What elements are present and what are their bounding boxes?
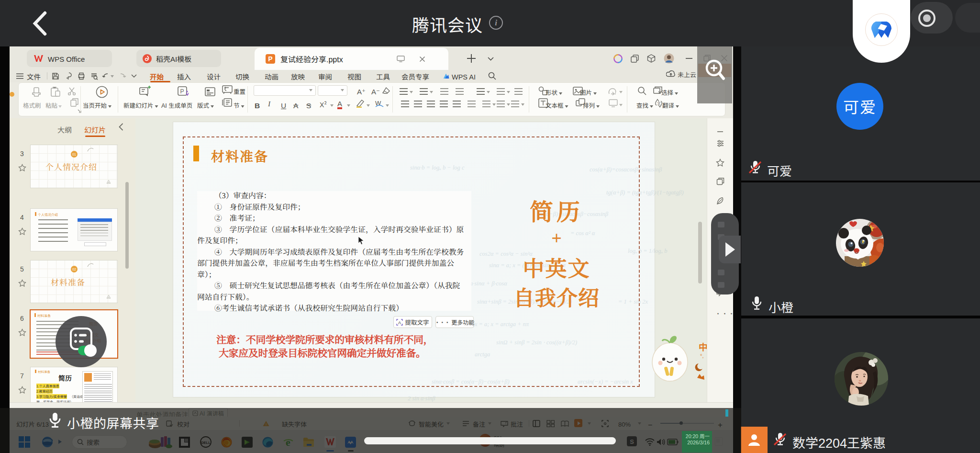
svg-text:A: A: [398, 320, 401, 325]
svg-text:文: 文: [657, 101, 661, 106]
svg-text:°,: °,: [700, 351, 703, 359]
svg-text:P: P: [180, 88, 184, 95]
svg-text:P: P: [268, 55, 272, 63]
